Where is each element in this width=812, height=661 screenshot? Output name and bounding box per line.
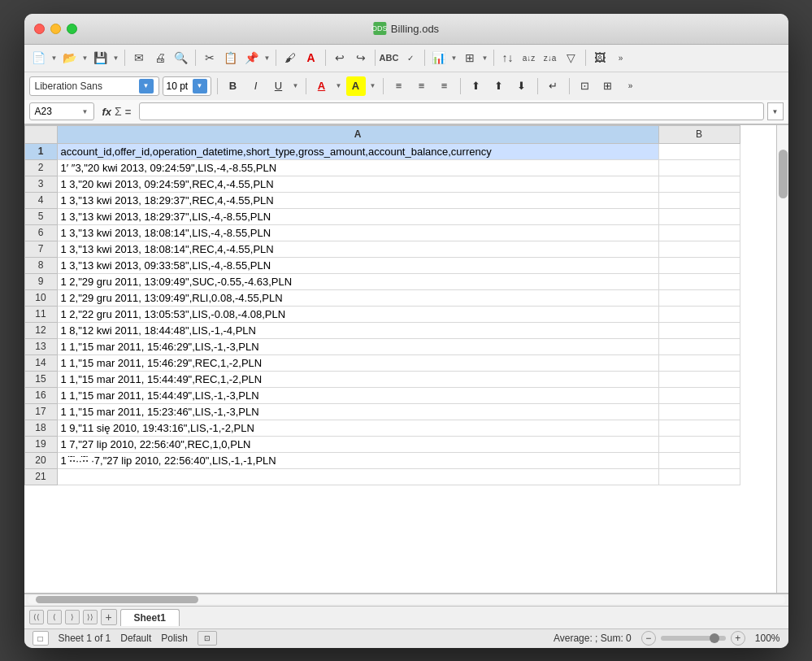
image-button[interactable]: 🖼 [590, 48, 610, 67]
cell[interactable] [658, 306, 740, 322]
cell[interactable] [658, 192, 740, 208]
table-button[interactable]: ⊞ [460, 48, 480, 67]
cell[interactable] [658, 159, 740, 176]
cell[interactable] [658, 420, 740, 436]
cell[interactable] [658, 338, 740, 354]
cell[interactable]: 1 2,"29 gru 2011, 13:09:49",RLI,0.08,-4.… [57, 289, 658, 306]
more-fmt-btn[interactable]: » [621, 76, 640, 96]
cell[interactable] [658, 371, 740, 387]
cell[interactable]: 1 3,"13 kwi 2013, 18:08:14",REC,4,-4.55,… [57, 241, 658, 257]
more-button[interactable]: » [611, 48, 631, 67]
sheet-nav-last[interactable]: ⟩⟩ [83, 610, 98, 624]
align-right-btn[interactable]: ≡ [435, 76, 454, 96]
copy-button[interactable]: 📋 [221, 48, 241, 67]
cell[interactable]: 1 2,"29 gru 2011, 13:09:49",SUC,-0.55,-4… [57, 273, 658, 289]
cell[interactable]: 1 7,"27 lip 2010, 22:56:40",REC,1,0,PLN [57, 436, 658, 452]
cell[interactable]: 1 3,"13 kwi 2013, 18:08:14",LIS,-4,-8.55… [57, 224, 658, 241]
cell[interactable] [658, 354, 740, 371]
cell[interactable] [658, 289, 740, 306]
open-dropdown[interactable]: ▼ [81, 48, 89, 67]
zoom-out-button[interactable]: − [641, 631, 656, 646]
autocorrect-button[interactable]: ✓ [401, 48, 420, 67]
merge-btn[interactable]: ⊡ [575, 76, 595, 96]
add-sheet-button[interactable]: + [101, 609, 117, 625]
cell[interactable] [658, 257, 740, 273]
zoom-in-button[interactable]: + [731, 631, 745, 646]
sort-asc-button[interactable]: ↑↓ [498, 48, 518, 67]
chart-button[interactable]: 📊 [429, 48, 449, 67]
col-header-b[interactable]: B [658, 125, 740, 143]
maximize-button[interactable] [67, 24, 77, 34]
cell[interactable]: 1 1,"15 mar 2011, 15:46:29",REC,1,-2,PLN [57, 354, 658, 371]
cell[interactable] [658, 224, 740, 241]
paste-button[interactable]: 📌 [242, 48, 262, 67]
align-middle-btn[interactable]: ⬆ [489, 76, 509, 96]
font-color-button[interactable]: A [302, 48, 321, 67]
underline-dropdown[interactable]: ▼ [292, 76, 300, 96]
horizontal-scrollbar[interactable] [24, 594, 788, 606]
bold-button[interactable]: B [224, 76, 243, 96]
cell[interactable]: 1 9,"11 się 2010, 19:43:16",LIS,-1,-2,PL… [57, 420, 658, 436]
minimize-button[interactable] [50, 24, 61, 34]
cell[interactable] [658, 436, 740, 452]
view-normal-btn[interactable]: ⊡ [198, 631, 217, 646]
cell[interactable] [658, 273, 740, 289]
cell[interactable]: 1 1,"15 mar 2011, 15:44:49",LIS,-1,-3,PL… [57, 387, 658, 403]
cell[interactable] [57, 468, 658, 485]
cell[interactable]: 1 1,"15 mar 2011, 15:44:49",REC,1,-2,PLN [57, 371, 658, 387]
new-button[interactable]: 📄 [29, 48, 49, 67]
font-select[interactable]: Liberation Sans ▼ [29, 76, 159, 96]
cell[interactable] [658, 322, 740, 338]
close-button[interactable] [34, 24, 45, 34]
redo-button[interactable]: ↪ [351, 48, 371, 67]
cell[interactable]: 1 ·̈·̈···̈·̈ ·7,"27 lip 2010, 22:56:40",… [57, 452, 658, 468]
align-bottom-btn[interactable]: ⬇ [512, 76, 532, 96]
vertical-scrollbar[interactable] [776, 125, 788, 593]
sort-za-button[interactable]: z↓a [541, 48, 560, 67]
sheet-nav-first[interactable]: ⟨⟨ [29, 610, 44, 624]
cell[interactable] [658, 241, 740, 257]
cell[interactable] [658, 468, 740, 485]
cell[interactable]: account_id,offer_id,operation_datetime,s… [57, 143, 658, 159]
cell[interactable] [658, 208, 740, 224]
col-header-a[interactable]: A [57, 125, 658, 143]
cell[interactable]: 1 3,"13 kwi 2013, 09:33:58",LIS,-4,-8.55… [57, 257, 658, 273]
format-paint-button[interactable]: 🖌 [280, 48, 300, 67]
open-button[interactable]: 📂 [60, 48, 80, 67]
font-color-btn[interactable]: A [312, 76, 332, 96]
zoom-slider-thumb[interactable] [710, 633, 719, 643]
cell[interactable]: 1 3,"20 kwi 2013, 09:24:59",REC,4,-4.55,… [57, 176, 658, 192]
table-dropdown[interactable]: ▼ [481, 48, 489, 67]
new-dropdown[interactable]: ▼ [50, 48, 59, 67]
filter-button[interactable]: ▽ [562, 48, 581, 67]
cell[interactable]: 1 3,"13 kwi 2013, 18:29:37",REC,4,-4.55,… [57, 192, 658, 208]
sheet-nav-next[interactable]: ⟩ [65, 610, 80, 624]
zoom-slider[interactable] [661, 636, 726, 641]
highlight-dropdown[interactable]: ▼ [369, 76, 377, 96]
formula-input[interactable] [139, 102, 763, 120]
cell[interactable]: 1 2,"22 gru 2011, 13:05:53",LIS,-0.08,-4… [57, 306, 658, 322]
cell[interactable] [658, 403, 740, 420]
cell[interactable]: 1 1,"15 mar 2011, 15:46:29",LIS,-1,-3,PL… [57, 338, 658, 354]
spreadsheet[interactable]: A B 1account_id,offer_id,operation_datet… [24, 125, 776, 593]
cell-reference[interactable]: A23 ▼ [29, 102, 94, 120]
align-center-btn[interactable]: ≡ [412, 76, 432, 96]
align-left-btn[interactable]: ≡ [389, 76, 409, 96]
spellcheck-button[interactable]: ABC [380, 48, 399, 67]
save-dropdown[interactable]: ▼ [112, 48, 120, 67]
email-button[interactable]: ✉ [129, 48, 149, 67]
font-size-select[interactable]: 10 pt ▼ [163, 76, 211, 96]
align-top-btn[interactable]: ⬆ [467, 76, 486, 96]
scrollbar-thumb[interactable] [779, 150, 788, 198]
preview-button[interactable]: 🔍 [172, 48, 191, 67]
cell[interactable]: 1 8,"12 kwi 2011, 18:44:48",LIS,-1,-4,PL… [57, 322, 658, 338]
italic-button[interactable]: I [246, 76, 266, 96]
scrollbar-track[interactable] [777, 125, 788, 593]
cell[interactable] [658, 452, 740, 468]
print-button[interactable]: 🖨 [150, 48, 170, 67]
sheet-nav-prev[interactable]: ⟨ [47, 610, 62, 624]
underline-button[interactable]: U [269, 76, 289, 96]
cell[interactable] [658, 176, 740, 192]
undo-button[interactable]: ↩ [330, 48, 350, 67]
chart-dropdown[interactable]: ▼ [450, 48, 458, 67]
